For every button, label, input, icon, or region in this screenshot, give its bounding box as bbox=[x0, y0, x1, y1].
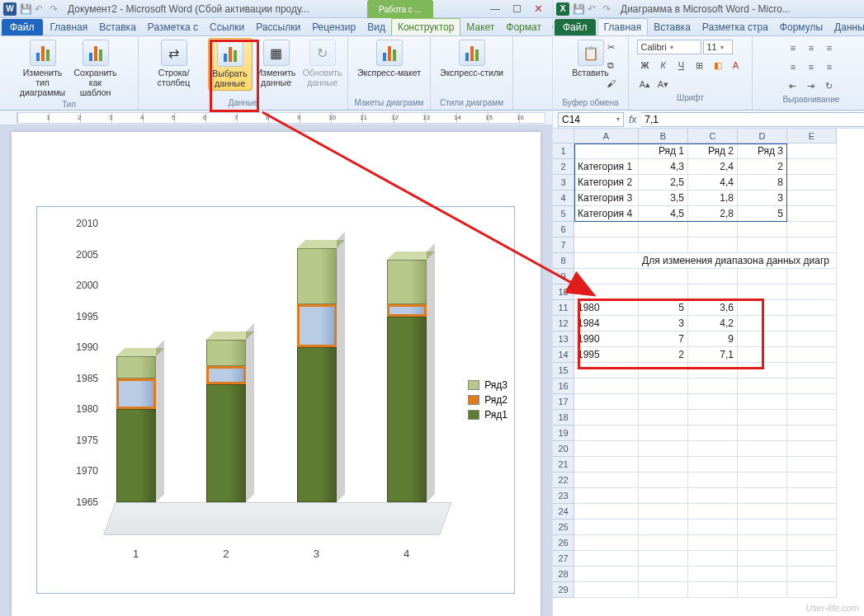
cell[interactable] bbox=[738, 457, 787, 473]
cell[interactable] bbox=[688, 269, 738, 284]
cell[interactable] bbox=[787, 269, 837, 284]
excel-save-icon[interactable]: 💾 bbox=[573, 3, 584, 15]
cell[interactable] bbox=[787, 332, 837, 347]
row-header[interactable]: 21 bbox=[553, 457, 574, 473]
cell[interactable]: 1984 bbox=[574, 316, 639, 332]
cell[interactable] bbox=[688, 535, 738, 551]
cell[interactable] bbox=[688, 222, 738, 237]
cell[interactable] bbox=[639, 473, 688, 488]
quick-styles-button[interactable]: Экспресс-стили bbox=[437, 38, 508, 79]
col-header[interactable]: C bbox=[688, 129, 738, 143]
cell[interactable] bbox=[787, 159, 837, 175]
excel-tab-formulas[interactable]: Формулы bbox=[774, 18, 829, 35]
cell[interactable]: 1995 bbox=[574, 347, 639, 363]
cell[interactable] bbox=[738, 269, 787, 284]
cell[interactable] bbox=[787, 410, 837, 426]
cell[interactable]: 7,1 bbox=[688, 347, 738, 363]
cell[interactable] bbox=[787, 535, 837, 551]
align-right-button[interactable]: ≡ bbox=[821, 59, 838, 75]
cell[interactable]: Ряд 2 bbox=[688, 143, 738, 159]
cell[interactable] bbox=[787, 567, 837, 582]
row-header[interactable]: 28 bbox=[553, 567, 574, 582]
cell[interactable] bbox=[787, 175, 837, 190]
cell[interactable]: 3 bbox=[639, 316, 688, 332]
row-header[interactable]: 12 bbox=[553, 316, 574, 332]
cell[interactable] bbox=[738, 473, 787, 488]
cell[interactable] bbox=[738, 535, 787, 551]
row-header[interactable]: 10 bbox=[553, 284, 574, 300]
cell[interactable]: 3,6 bbox=[688, 300, 738, 316]
cell[interactable] bbox=[639, 567, 688, 582]
cell[interactable] bbox=[787, 551, 837, 567]
quick-layout-button[interactable]: Экспресс-макет bbox=[354, 38, 425, 79]
font-color-button[interactable]: A bbox=[728, 57, 744, 73]
cell[interactable] bbox=[639, 457, 688, 473]
cell[interactable] bbox=[639, 441, 688, 457]
cell[interactable] bbox=[787, 284, 837, 300]
cell[interactable] bbox=[574, 284, 639, 300]
row-header[interactable]: 3 bbox=[553, 175, 574, 190]
chart-bar[interactable] bbox=[206, 340, 246, 502]
cell[interactable] bbox=[787, 347, 837, 363]
cell[interactable]: 5 bbox=[738, 206, 787, 222]
row-header[interactable]: 22 bbox=[553, 473, 574, 488]
cell[interactable] bbox=[574, 457, 639, 473]
cell[interactable]: 7 bbox=[639, 332, 688, 347]
tab-references[interactable]: Ссылки bbox=[204, 18, 250, 35]
cell[interactable] bbox=[574, 410, 639, 426]
row-header[interactable]: 18 bbox=[553, 410, 574, 426]
cell[interactable] bbox=[738, 284, 787, 300]
cell[interactable]: Ряд 3 bbox=[738, 143, 787, 159]
cell[interactable] bbox=[574, 441, 639, 457]
cell[interactable]: 4,2 bbox=[688, 316, 738, 332]
cell[interactable] bbox=[574, 363, 639, 379]
cell[interactable] bbox=[787, 457, 837, 473]
cell[interactable] bbox=[639, 269, 688, 284]
increase-indent-button[interactable]: ⇥ bbox=[803, 78, 819, 94]
row-header[interactable]: 2 bbox=[553, 159, 574, 175]
close-icon[interactable]: ✕ bbox=[527, 2, 549, 16]
cell[interactable]: 1980 bbox=[574, 300, 639, 316]
save-template-button[interactable]: Сохранить как шаблон bbox=[70, 38, 121, 99]
cell[interactable] bbox=[639, 535, 688, 551]
cell[interactable] bbox=[738, 237, 787, 253]
row-header[interactable]: 5 bbox=[553, 206, 574, 222]
cell[interactable] bbox=[688, 520, 738, 535]
excel-grid[interactable]: ABCDE 1234567891011121314151617181920212… bbox=[553, 129, 864, 616]
cell[interactable] bbox=[738, 379, 787, 394]
cell[interactable]: 8 bbox=[738, 175, 787, 190]
name-box[interactable]: C14▾ bbox=[558, 112, 624, 127]
cell[interactable] bbox=[688, 363, 738, 379]
refresh-data-button[interactable]: ↻ Обновить данные bbox=[300, 38, 345, 89]
col-header[interactable]: B bbox=[639, 129, 688, 143]
change-chart-type-button[interactable]: Изменить тип диаграммы bbox=[17, 38, 68, 99]
cell[interactable]: Ряд 1 bbox=[639, 143, 688, 159]
cell[interactable] bbox=[738, 441, 787, 457]
cell[interactable]: 5 bbox=[639, 300, 688, 316]
tab-design[interactable]: Конструктор bbox=[391, 18, 460, 35]
cell[interactable] bbox=[787, 473, 837, 488]
row-header[interactable]: 19 bbox=[553, 426, 574, 441]
align-middle-button[interactable]: ≡ bbox=[803, 40, 819, 56]
cell[interactable]: 2,4 bbox=[688, 159, 738, 175]
cell[interactable] bbox=[639, 410, 688, 426]
border-button[interactable]: ⊞ bbox=[692, 57, 708, 73]
cell[interactable]: Категория 1 bbox=[574, 159, 639, 175]
cell[interactable] bbox=[688, 410, 738, 426]
cell[interactable]: Категория 4 bbox=[574, 206, 639, 222]
cell[interactable] bbox=[574, 269, 639, 284]
shrink-font-button[interactable]: A▾ bbox=[655, 76, 672, 92]
cell[interactable] bbox=[688, 457, 738, 473]
row-header[interactable]: 4 bbox=[553, 190, 574, 206]
row-header[interactable]: 25 bbox=[553, 520, 574, 535]
cell[interactable]: 4,5 bbox=[639, 206, 688, 222]
undo-icon[interactable]: ↶ bbox=[35, 3, 46, 15]
col-header[interactable]: E bbox=[787, 129, 837, 143]
copy-icon[interactable]: ⧉ bbox=[602, 57, 619, 73]
cell[interactable] bbox=[787, 190, 837, 206]
cell[interactable] bbox=[574, 504, 639, 520]
tab-insert[interactable]: Вставка bbox=[93, 18, 142, 35]
cell[interactable] bbox=[639, 551, 688, 567]
cell[interactable] bbox=[639, 582, 688, 598]
excel-redo-icon[interactable]: ↷ bbox=[602, 3, 614, 15]
